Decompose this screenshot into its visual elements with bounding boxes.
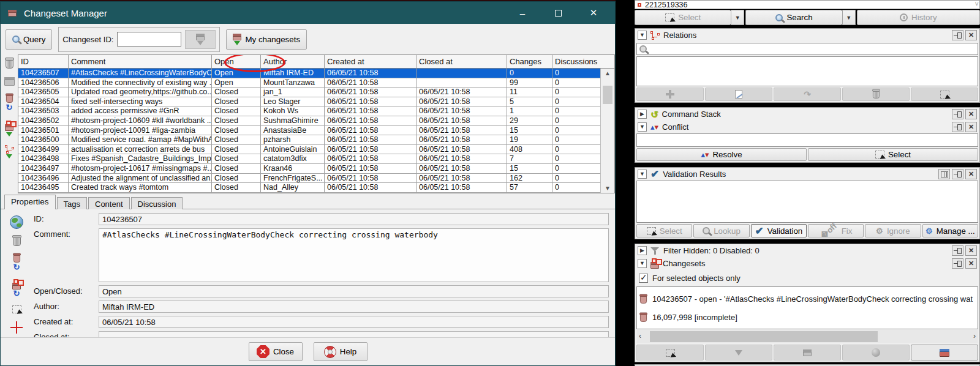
table-row[interactable]: 104236497 #hotosm-project-10617 #missing… bbox=[18, 164, 614, 174]
changesets-horizontal-scrollbar[interactable]: ‹ › bbox=[636, 330, 978, 343]
for-selected-objects-checkbox[interactable] bbox=[639, 274, 648, 283]
manage-button[interactable]: ⚙ Manage ... bbox=[922, 224, 978, 237]
disabled-changeset-button[interactable] bbox=[4, 77, 15, 86]
created-at-value-field[interactable]: 06/05/21 10:58 bbox=[99, 316, 609, 328]
changeset-list-item[interactable]: 16,097,998 [incomplete] bbox=[637, 308, 978, 326]
selection-list-item[interactable]: 2212519336 ˅ bbox=[635, 0, 980, 9]
sphere-button[interactable] bbox=[842, 345, 910, 360]
validation-select-button[interactable]: Select bbox=[636, 224, 692, 237]
select-dropdown-arrow[interactable]: ▼ bbox=[731, 10, 744, 25]
column-comment[interactable]: Comment bbox=[69, 55, 212, 68]
lookup-button[interactable]: Lookup bbox=[693, 224, 749, 237]
column-open[interactable]: Open bbox=[212, 55, 261, 68]
close-relations-button[interactable]: ✕ bbox=[965, 30, 977, 40]
validation-button[interactable]: ✔ Validation bbox=[751, 224, 807, 237]
table-row[interactable]: 104236496 Adjusted the alignment of uncl… bbox=[18, 174, 614, 184]
table-header[interactable]: ID Comment Open Author Created at Closed… bbox=[18, 55, 614, 69]
dock-conflict-button[interactable] bbox=[952, 122, 963, 132]
update-content-button[interactable]: ↻ bbox=[12, 279, 21, 297]
changeset-info-button[interactable] bbox=[774, 345, 841, 360]
open-closed-value-field[interactable]: Open bbox=[99, 285, 609, 297]
open-changeset-manager-button[interactable] bbox=[911, 345, 978, 360]
table-row[interactable]: 104236495 Created track ways #tomtom Clo… bbox=[18, 183, 614, 193]
table-row[interactable]: 104236502 #hotosm-project-10609 #kll #wo… bbox=[18, 116, 614, 126]
tab-properties[interactable]: Properties bbox=[4, 195, 56, 209]
relations-list[interactable] bbox=[636, 56, 978, 86]
close-command-stack-button[interactable]: ✕ bbox=[965, 109, 977, 119]
table-row[interactable]: 104236506 Modified the connectivity of e… bbox=[18, 78, 614, 88]
collapse-validation-button[interactable]: ▼ bbox=[638, 170, 647, 179]
scrollbar-thumb[interactable] bbox=[603, 86, 612, 104]
comment-value-field[interactable]: #AtlasChecks #LineCrossingWaterBodyCheck… bbox=[99, 228, 609, 282]
scroll-left-icon[interactable]: ‹ bbox=[639, 332, 641, 340]
close-changesets-button[interactable]: ✕ bbox=[965, 258, 977, 269]
download-changesets-button[interactable] bbox=[5, 120, 13, 136]
column-author[interactable]: Author bbox=[261, 55, 325, 68]
changeset-id-input[interactable] bbox=[117, 32, 181, 47]
maximize-button[interactable] bbox=[544, 4, 572, 22]
dock-filter-button[interactable] bbox=[952, 245, 963, 256]
my-changesets-button[interactable]: My changesets bbox=[226, 29, 307, 50]
scroll-down-icon[interactable]: ▼ bbox=[601, 185, 614, 192]
minimize-button[interactable]: – bbox=[508, 4, 537, 22]
history-button[interactable]: History bbox=[857, 10, 980, 25]
dock-validation-button[interactable] bbox=[952, 169, 963, 179]
table-row[interactable]: 104236500 Modified service road. #amap #… bbox=[18, 135, 614, 145]
tab-content[interactable]: Content bbox=[88, 197, 130, 209]
collapse-relations-button[interactable]: ▼ bbox=[638, 31, 647, 40]
column-discussions[interactable]: Discussions bbox=[552, 55, 601, 68]
scrollbar-thumb[interactable] bbox=[650, 331, 878, 342]
dock-relations-button[interactable] bbox=[952, 30, 963, 40]
close-conflict-button[interactable]: ✕ bbox=[965, 122, 977, 132]
search-button[interactable]: Search bbox=[745, 10, 842, 25]
pan-icon[interactable] bbox=[10, 321, 23, 334]
scroll-right-icon[interactable]: › bbox=[973, 332, 976, 340]
id-value-field[interactable]: 104236507 bbox=[99, 213, 609, 225]
download-changeset-button[interactable] bbox=[705, 345, 772, 360]
conflict-select-button[interactable]: Select bbox=[808, 148, 978, 161]
scroll-up-icon[interactable]: ▲ bbox=[601, 70, 614, 77]
remove-changesets-button[interactable] bbox=[6, 59, 13, 69]
relations-search-input[interactable] bbox=[636, 43, 978, 55]
update-changesets-button[interactable]: ↻ bbox=[6, 94, 13, 111]
select-content-button[interactable] bbox=[12, 305, 21, 313]
download-changeset-button[interactable] bbox=[185, 30, 216, 49]
select-button[interactable]: Select bbox=[635, 10, 731, 25]
close-validation-button[interactable]: ✕ bbox=[965, 169, 977, 179]
close-filter-button[interactable]: ✕ bbox=[965, 245, 977, 256]
table-row[interactable]: 104236499 actualisation et correction ar… bbox=[18, 145, 614, 155]
expand-command-stack-button[interactable]: ▶ bbox=[638, 110, 647, 119]
column-changes[interactable]: Changes bbox=[507, 55, 552, 68]
tab-tags[interactable]: Tags bbox=[57, 197, 87, 209]
expand-filter-button[interactable]: ▶ bbox=[638, 246, 647, 255]
tab-discussion[interactable]: Discussion bbox=[131, 197, 183, 209]
column-closed-at[interactable]: Closed at bbox=[417, 55, 507, 68]
table-row[interactable]: 104236507 #AtlasChecks #LineCrossingWate… bbox=[18, 69, 614, 78]
query-button[interactable]: Query bbox=[6, 29, 52, 50]
validation-options-button[interactable] bbox=[938, 169, 950, 179]
zoom-to-changeset-button[interactable] bbox=[10, 215, 23, 229]
select-relation-members-button[interactable] bbox=[911, 88, 978, 101]
collapse-conflict-button[interactable]: ▼ bbox=[638, 122, 647, 132]
duplicate-relation-button[interactable]: ↷ bbox=[774, 88, 841, 101]
delete-relation-button[interactable] bbox=[842, 88, 910, 101]
column-id[interactable]: ID bbox=[18, 55, 69, 68]
table-vertical-scrollbar[interactable]: ▲ ▼ bbox=[600, 69, 614, 193]
changeset-list-item[interactable]: 104236507 - open - '#AtlasChecks #LineCr… bbox=[637, 289, 978, 308]
scroll-down-icon[interactable]: ˅ bbox=[975, 0, 979, 7]
table-row[interactable]: 104236504 fixed self-intersecting ways C… bbox=[18, 97, 614, 107]
author-value-field[interactable]: Miftah IRM-ED bbox=[99, 301, 609, 313]
select-changeset-objects-button[interactable] bbox=[636, 345, 704, 360]
validation-results-list[interactable] bbox=[636, 181, 978, 223]
table-row[interactable]: 104236501 #hotosm-project-10091 #liga-za… bbox=[18, 126, 614, 136]
window-titlebar[interactable]: Changeset Manager – ✕ bbox=[1, 2, 615, 24]
fix-button[interactable]: �off Fix bbox=[808, 224, 864, 237]
close-button[interactable]: Close bbox=[249, 342, 303, 361]
help-button[interactable]: Help bbox=[314, 342, 368, 361]
close-window-button[interactable]: ✕ bbox=[579, 4, 608, 22]
table-row[interactable]: 104236498 Fixes #Spanish_Cadastre_Buildi… bbox=[18, 154, 614, 164]
update-changeset-button[interactable]: ↻ bbox=[13, 254, 21, 271]
column-created-at[interactable]: Created at bbox=[325, 55, 417, 68]
table-row[interactable]: 104236503 added access permissive #GnR C… bbox=[18, 106, 614, 116]
remove-changeset-button[interactable] bbox=[13, 237, 21, 246]
